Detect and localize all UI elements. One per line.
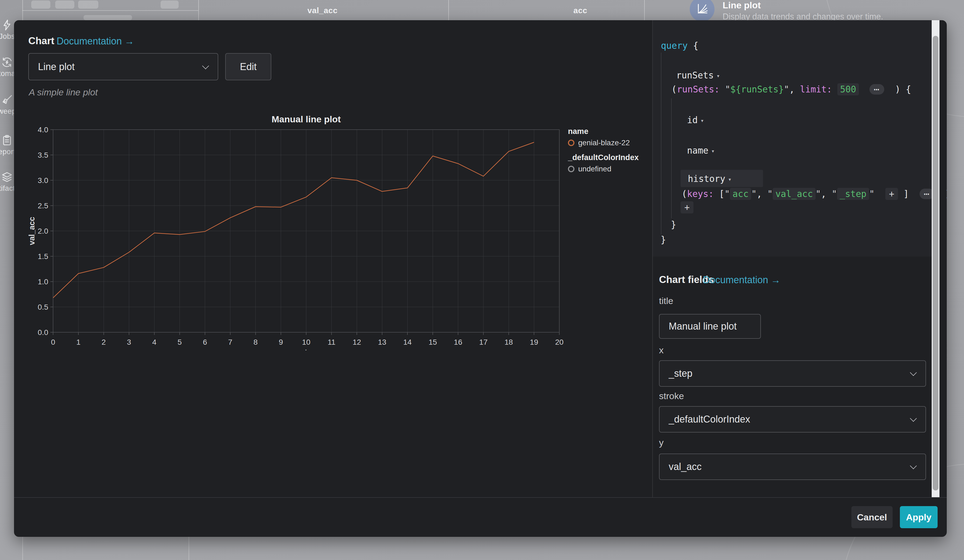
chart-description: A simple line plot [29, 87, 98, 98]
legend-item-label: undefined [578, 164, 611, 173]
backdrop-panel-border [448, 0, 449, 20]
backdrop-panel-border [644, 0, 645, 20]
sidebar-item-automations[interactable]: toma [0, 56, 14, 70]
svg-text:17: 17 [479, 338, 488, 346]
x-select[interactable]: _step [659, 360, 926, 387]
chart-title: Manual line plot [53, 114, 559, 124]
line-chart-svg: 012345678910111213141516171819200.00.51.… [16, 124, 566, 350]
backdrop-panel-border [189, 537, 189, 560]
x-field-label: x [659, 345, 664, 355]
svg-text:12: 12 [353, 338, 361, 346]
svg-text:19: 19 [530, 338, 538, 346]
line-chart-icon [695, 2, 709, 17]
sidebar-item-reports[interactable]: eport [0, 134, 14, 148]
cancel-button[interactable]: Cancel [852, 506, 892, 528]
x-select-value: _step [669, 368, 692, 379]
stroke-select[interactable]: _defaultColorIndex [659, 406, 926, 433]
svg-text:16: 16 [454, 338, 462, 346]
svg-text:3.5: 3.5 [38, 151, 48, 159]
y-field-label: y [659, 437, 664, 448]
legend-ring-icon [568, 140, 575, 146]
svg-text:0.5: 0.5 [38, 303, 48, 311]
chart-editor-modal: Chart Documentation → Line plot Edit A s… [14, 20, 947, 537]
chevron-down-icon [202, 62, 209, 69]
chart-type-select[interactable]: Line plot [28, 53, 218, 80]
svg-text:3.0: 3.0 [38, 176, 48, 185]
broom-icon [1, 94, 13, 107]
backdrop-panel-border [198, 0, 199, 20]
legend-group-label: _defaultColorIndex [568, 153, 639, 162]
svg-text:4.0: 4.0 [38, 125, 48, 134]
stroke-select-value: _defaultColorIndex [669, 413, 750, 425]
svg-text:0.0: 0.0 [38, 328, 48, 337]
backdrop-toolbar-button [161, 0, 179, 9]
backdrop-panel-border [22, 537, 23, 560]
svg-text:2.0: 2.0 [38, 227, 48, 235]
chart-type-select-value: Line plot [38, 61, 75, 73]
query-panel-background [653, 20, 931, 257]
svg-text:2: 2 [102, 338, 106, 346]
svg-text:4: 4 [152, 338, 156, 346]
svg-text:13: 13 [378, 338, 386, 346]
sidebar-item-artifacts[interactable]: tifact [0, 171, 14, 184]
svg-text:11: 11 [327, 338, 335, 346]
sidebar-item-jobs[interactable]: Jobs [0, 19, 14, 33]
svg-text:1.5: 1.5 [38, 252, 48, 260]
title-input[interactable]: Manual line plot [659, 314, 761, 339]
y-select-value: val_acc [669, 461, 702, 472]
chevron-down-icon [910, 462, 917, 469]
chart-legend: name genial-blaze-22 _defaultColorIndex … [568, 127, 639, 179]
apply-button[interactable]: Apply [900, 506, 938, 528]
chevron-down-icon [910, 415, 917, 422]
backdrop-toolbar-button [55, 0, 74, 9]
svg-text:2.5: 2.5 [38, 202, 48, 210]
backdrop-panel-title: val_acc [308, 6, 337, 15]
svg-text:15: 15 [429, 338, 437, 346]
svg-text:8: 8 [254, 338, 258, 346]
svg-text:7: 7 [228, 338, 233, 346]
indent-guide [661, 52, 661, 234]
automations-icon [1, 56, 13, 70]
legend-group-label: name [568, 127, 639, 136]
svg-text:5: 5 [177, 338, 182, 346]
edit-button[interactable]: Edit [225, 53, 271, 80]
svg-text:10: 10 [302, 338, 310, 346]
svg-text:val_acc: val_acc [28, 217, 36, 245]
line-plot-card-icon-circle [690, 0, 715, 21]
svg-text:9: 9 [279, 338, 283, 346]
stroke-field-label: stroke [659, 391, 684, 401]
backdrop-toolbar-button [78, 0, 98, 9]
backdrop-divider [22, 10, 198, 11]
svg-text:1: 1 [76, 338, 81, 346]
lightning-icon [1, 19, 13, 33]
backdrop-toolbar-button [31, 0, 50, 9]
indent-guide [671, 98, 672, 218]
legend-item: genial-blaze-22 [568, 138, 639, 147]
legend-ring-icon [568, 166, 575, 172]
backdrop-pill [83, 15, 132, 20]
scrollbar-thumb[interactable] [933, 36, 938, 490]
chart-fields-documentation-link[interactable]: Documentation → [703, 274, 780, 286]
legend-item: undefined [568, 164, 639, 173]
svg-text:1.0: 1.0 [38, 278, 48, 286]
line-plot-card-title: Line plot [723, 0, 761, 10]
title-field-label: title [659, 296, 673, 306]
svg-text:20: 20 [555, 338, 563, 346]
chevron-down-icon [910, 369, 917, 376]
svg-text:3: 3 [127, 338, 131, 346]
chart-documentation-link[interactable]: Documentation → [57, 36, 134, 47]
layers-icon [1, 171, 13, 184]
y-select[interactable]: val_acc [659, 454, 926, 480]
svg-text:_step: _step [296, 348, 317, 350]
svg-text:18: 18 [505, 338, 513, 346]
app-root: val_acc acc Line plot Display data trend… [0, 0, 964, 560]
footer-divider [14, 497, 947, 498]
svg-text:14: 14 [403, 338, 412, 346]
clipboard-icon [1, 134, 13, 148]
svg-text:0: 0 [51, 338, 55, 346]
legend-item-label: genial-blaze-22 [578, 138, 630, 147]
sidebar-item-sweeps[interactable]: weep [0, 94, 14, 107]
panel-divider [652, 20, 653, 497]
svg-text:6: 6 [203, 338, 207, 346]
modal-title: Chart [28, 35, 54, 47]
